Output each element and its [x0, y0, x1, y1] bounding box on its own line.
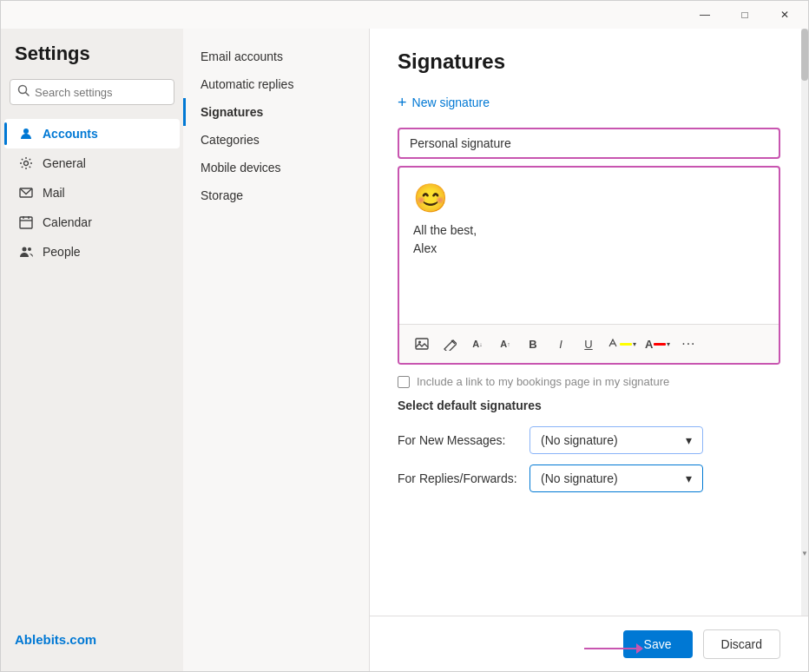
replies-chevron: ▾ — [686, 471, 692, 485]
svg-point-10 — [28, 247, 31, 251]
new-messages-chevron: ▾ — [686, 433, 692, 447]
signature-toolbar: A↓ A↑ B I U — [399, 324, 779, 363]
sidebar-item-accounts[interactable]: Accounts — [4, 119, 180, 148]
person-icon — [18, 126, 34, 142]
replies-value: (No signature) — [541, 471, 618, 485]
toolbar-bold-button[interactable]: B — [521, 332, 545, 356]
right-panel-content: Signatures + New signature 😊 All the bes… — [370, 29, 808, 671]
new-signature-label: New signature — [412, 96, 490, 109]
for-new-messages-label: For New Messages: — [398, 433, 519, 447]
middle-item-storage[interactable]: Storage — [183, 181, 369, 209]
bookings-checkbox[interactable] — [398, 376, 410, 388]
middle-item-email-accounts[interactable]: Email accounts — [183, 43, 369, 70]
gear-icon — [18, 155, 34, 171]
minimize-button[interactable]: — — [685, 1, 725, 29]
sidebar-item-people[interactable]: People — [4, 237, 180, 267]
highlight-chevron: ▾ — [633, 340, 636, 348]
svg-rect-5 — [20, 217, 32, 228]
sidebar-item-calendar[interactable]: Calendar — [4, 208, 180, 237]
toolbar-image-button[interactable] — [410, 332, 434, 356]
search-input[interactable] — [35, 86, 167, 99]
sidebar-item-mail[interactable]: Mail — [4, 178, 180, 208]
sidebar-title: Settings — [1, 43, 183, 79]
svg-point-9 — [23, 247, 27, 252]
middle-panel: Email accounts Automatic replies Signatu… — [183, 29, 370, 671]
svg-point-2 — [23, 128, 29, 134]
signature-line1: All the best, — [413, 221, 765, 240]
new-messages-select[interactable]: (No signature) ▾ — [529, 426, 703, 454]
sidebar-item-accounts-label: Accounts — [43, 127, 98, 141]
bookings-label: Include a link to my bookings page in my… — [417, 375, 669, 388]
scroll-down-arrow[interactable]: ▼ — [801, 546, 808, 560]
bookings-row: Include a link to my bookings page in my… — [398, 375, 780, 388]
signature-content: 😊 All the best, Alex — [399, 168, 779, 324]
toolbar-italic-button[interactable]: I — [549, 332, 573, 356]
new-messages-row: For New Messages: (No signature) ▾ — [398, 426, 780, 454]
select-defaults-title: Select default signatures — [398, 399, 780, 412]
middle-item-automatic-replies[interactable]: Automatic replies — [183, 70, 369, 98]
svg-line-1 — [26, 93, 30, 96]
signature-text: All the best, Alex — [413, 221, 765, 258]
middle-item-signatures[interactable]: Signatures — [183, 98, 369, 126]
sidebar: Settings Accounts — [1, 29, 183, 671]
middle-item-categories[interactable]: Categories — [183, 126, 369, 154]
signature-emoji: 😊 — [413, 181, 765, 214]
arrow-line — [584, 648, 636, 649]
toolbar-font-increase-button[interactable]: A↑ — [493, 332, 517, 356]
sidebar-item-calendar-label: Calendar — [43, 215, 92, 229]
new-signature-button[interactable]: + New signature — [398, 91, 490, 114]
svg-point-12 — [418, 341, 421, 344]
toolbar-underline-button[interactable]: U — [576, 332, 601, 356]
save-arrow-indicator — [584, 643, 643, 654]
maximize-button[interactable]: □ — [725, 1, 765, 29]
signature-line2: Alex — [413, 240, 765, 258]
scroll-thumb[interactable] — [801, 29, 808, 81]
main-area: Settings Accounts — [1, 29, 808, 671]
new-messages-value: (No signature) — [541, 433, 618, 447]
toolbar-font-decrease-button[interactable]: A↓ — [465, 332, 490, 356]
page-title: Signatures — [398, 49, 780, 74]
sidebar-item-people-label: People — [43, 245, 81, 259]
toolbar-more-button[interactable]: ··· — [676, 332, 700, 356]
toolbar-highlight-button[interactable]: ▾ — [604, 332, 639, 356]
calendar-icon — [18, 214, 34, 230]
svg-point-3 — [24, 161, 29, 166]
people-icon — [18, 244, 34, 260]
arrow-head — [636, 643, 643, 654]
search-box[interactable] — [10, 79, 174, 105]
close-button[interactable]: ✕ — [765, 1, 805, 29]
plus-icon: + — [398, 95, 407, 110]
sidebar-item-general[interactable]: General — [4, 148, 180, 178]
title-bar: — □ ✕ — [1, 1, 808, 29]
signature-editor[interactable]: 😊 All the best, Alex — [398, 166, 780, 365]
fontcolor-chevron: ▾ — [667, 340, 670, 348]
settings-window: — □ ✕ Settings — [0, 0, 809, 672]
replies-row: For Replies/Forwards: (No signature) ▾ — [398, 464, 780, 492]
discard-button[interactable]: Discard — [703, 629, 780, 659]
sidebar-footer: Ablebits.com — [1, 622, 183, 657]
search-icon — [17, 84, 30, 100]
sidebar-item-mail-label: Mail — [43, 186, 65, 200]
bottom-bar: Save Discard — [370, 616, 808, 671]
for-replies-label: For Replies/Forwards: — [398, 471, 519, 485]
svg-rect-11 — [416, 339, 428, 349]
signature-name-input[interactable] — [398, 128, 780, 159]
toolbar-font-color-button[interactable]: A ▾ — [642, 332, 673, 356]
footer-brand: Ablebits.com — [15, 632, 169, 647]
scroll-track: ▲ ▼ — [801, 29, 808, 616]
middle-item-mobile-devices[interactable]: Mobile devices — [183, 154, 369, 181]
replies-select[interactable]: (No signature) ▾ — [529, 464, 703, 492]
footer-brand-name: Ablebits — [15, 632, 66, 647]
sidebar-item-general-label: General — [43, 156, 86, 170]
toolbar-eraser-button[interactable] — [437, 332, 462, 356]
right-panel: Signatures + New signature 😊 All the bes… — [370, 29, 808, 671]
mail-icon — [18, 185, 34, 201]
footer-brand-suffix: .com — [66, 632, 96, 647]
window-controls: — □ ✕ — [685, 1, 805, 29]
